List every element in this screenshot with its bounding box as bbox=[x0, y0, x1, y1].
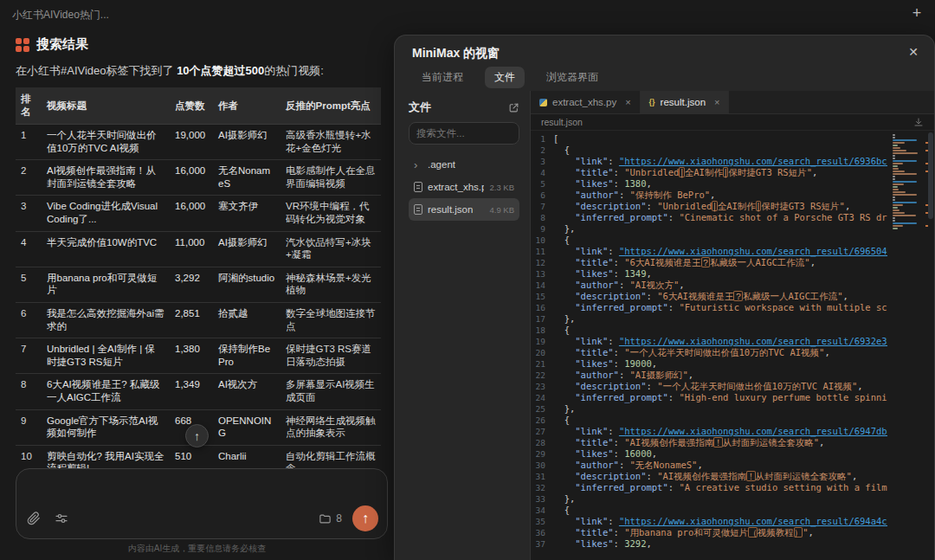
cell-likes: 3,292 bbox=[170, 267, 213, 302]
file-tree-item[interactable]: result.json4.9 KB bbox=[409, 198, 519, 221]
code-line: 8 "inferred_prompt": "Cinematic shot of … bbox=[531, 212, 887, 223]
json-file-icon: {} bbox=[649, 98, 655, 106]
line-number: 34 bbox=[531, 505, 553, 516]
external-link-icon[interactable] bbox=[508, 102, 519, 113]
editor-tab[interactable]: extract_xhs.py× bbox=[531, 91, 641, 113]
panel-tab-browser[interactable]: 浏览器界面 bbox=[537, 67, 608, 88]
attachment-count: 8 bbox=[336, 512, 342, 525]
line-number: 16 bbox=[531, 302, 553, 313]
cell-prompt: 保时捷GT3 RS赛道日落动态拍摄 bbox=[280, 338, 381, 374]
panel-title: MiniMax 的视窗 bbox=[412, 46, 500, 61]
line-number: 11 bbox=[531, 246, 553, 257]
cell-rank: 9 bbox=[16, 409, 42, 445]
table-row: 7Unbridled | 全AI制作 | 保时捷GT3 RS短片1,380保持制… bbox=[16, 338, 381, 374]
column-header: 视频标题 bbox=[42, 87, 170, 125]
cell-author: AI摄影师幻 bbox=[213, 125, 280, 160]
editor-scrollbar[interactable] bbox=[928, 132, 933, 219]
column-header: 反推的Prompt亮点 bbox=[280, 87, 381, 125]
cell-likes: 16,000 bbox=[170, 160, 213, 196]
file-tree-item[interactable]: extract_xhs.py2.3 KB bbox=[409, 176, 519, 198]
file-name: extract_xhs.py bbox=[428, 182, 484, 192]
attach-button[interactable] bbox=[25, 510, 42, 527]
file-size: 2.3 KB bbox=[489, 183, 514, 192]
cell-title: Vibe Coding进化成Visual Coding了... bbox=[42, 196, 170, 231]
code-line: 28 "title": "AI视频创作最强指南！从封面到运镜全套攻略", bbox=[531, 437, 887, 448]
code-line: 36 "title": "用banana pro和可灵做短片（视频教程）", bbox=[531, 527, 887, 538]
code-line: 7 "description": "Unbridled|全AI制作|保时捷GT3… bbox=[531, 201, 887, 212]
new-tab-button[interactable]: + bbox=[907, 3, 926, 23]
cell-likes: 1,380 bbox=[170, 338, 213, 374]
editor-tab-label: extract_xhs.py bbox=[552, 97, 616, 107]
file-icon bbox=[414, 182, 422, 192]
cell-author: AI摄影师幻 bbox=[213, 231, 280, 267]
line-number: 10 bbox=[531, 235, 553, 246]
line-number: 1 bbox=[531, 133, 553, 145]
cell-prompt: 神秘森林场景+发光植物 bbox=[280, 267, 381, 302]
code-line: 21 "likes": 19000, bbox=[531, 358, 887, 370]
cell-prompt: 神经网络生成视频触点的抽象表示 bbox=[280, 409, 381, 445]
folder-outline-icon bbox=[319, 512, 332, 525]
column-header: 排名 bbox=[16, 87, 42, 125]
line-number: 26 bbox=[531, 415, 553, 426]
sliders-icon bbox=[55, 512, 68, 525]
cell-title: 一个人花半天时间做出价值10万的TVC AI视频 bbox=[42, 125, 170, 160]
line-number: 5 bbox=[531, 178, 553, 190]
download-icon[interactable] bbox=[913, 117, 924, 127]
chat-panel: 搜索结果 在小红书#AIVideo标签下找到了 10个点赞超过500的热门视频:… bbox=[0, 28, 394, 560]
line-number: 31 bbox=[531, 471, 553, 482]
settings-sliders-button[interactable] bbox=[53, 510, 70, 527]
results-section-header: 搜索结果 bbox=[16, 36, 394, 53]
send-button[interactable]: ↑ bbox=[352, 505, 378, 531]
code-line: 35 "link": "https://www.xiaohongshu.com/… bbox=[531, 516, 887, 527]
cell-rank: 2 bbox=[16, 160, 42, 196]
file-tree-item[interactable]: ›.agent bbox=[409, 153, 519, 176]
code-area: 1[2 {3 "link": "https://www.xiaohongshu.… bbox=[531, 131, 934, 560]
line-number: 29 bbox=[531, 448, 553, 460]
cell-title: 6大AI视频谁是王? 私藏级一人AIGC工作流 bbox=[42, 374, 170, 409]
attachments-chip[interactable]: 8 bbox=[319, 512, 342, 525]
line-number: 17 bbox=[531, 313, 553, 325]
files-sidebar-header: 文件 bbox=[409, 98, 519, 117]
line-number: 28 bbox=[531, 437, 553, 448]
code-line: 20 "title": "一个人花半天时间做出价值10万的TVC AI视频", bbox=[531, 347, 887, 358]
file-search-input[interactable] bbox=[409, 122, 519, 145]
code-line: 33 }, bbox=[531, 493, 887, 505]
python-file-icon bbox=[539, 99, 547, 106]
table-row: 2AI视频创作最强指南！从封面到运镜全套攻略16,000无名NonameS电影感… bbox=[16, 160, 381, 196]
panel-tabs: 当前进程文件浏览器界面 bbox=[395, 65, 934, 89]
code-line: 15 "description": "6大AI视频谁是王？私藏级一人AIGC工作… bbox=[531, 291, 887, 302]
file-size: 4.9 KB bbox=[489, 205, 514, 215]
close-tab-icon[interactable]: × bbox=[714, 97, 719, 107]
panel-tab-current-process[interactable]: 当前进程 bbox=[412, 67, 473, 88]
scroll-up-button[interactable]: ↑ bbox=[185, 424, 209, 447]
line-number: 18 bbox=[531, 325, 553, 336]
arrow-up-icon: ↑ bbox=[194, 429, 200, 443]
cell-prompt: 多屏幕显示AI视频生成页面 bbox=[280, 374, 381, 409]
line-number: 6 bbox=[531, 190, 553, 201]
code-line: 24 "inferred_prompt": "High-end luxury p… bbox=[531, 392, 887, 403]
editor-tab[interactable]: {}result.json× bbox=[641, 91, 730, 113]
cell-author: 拾贰越 bbox=[213, 302, 280, 338]
editor-breadcrumb-bar: result.json bbox=[531, 114, 934, 131]
code-line: 31 "description": "AI视频创作最强指南！从封面到运镜全套攻略… bbox=[531, 471, 887, 482]
intro-prefix: 在小红书#AIVideo标签下找到了 bbox=[16, 64, 177, 77]
minimax-panel: MiniMax 的视窗 ✕ 当前进程文件浏览器界面 文件 ›.agentextr… bbox=[394, 35, 935, 560]
message-input[interactable] bbox=[27, 476, 377, 505]
line-number: 8 bbox=[531, 212, 553, 223]
close-tab-icon[interactable]: × bbox=[625, 97, 630, 107]
minimap[interactable] bbox=[893, 134, 924, 230]
composer: 8 ↑ bbox=[16, 468, 388, 539]
line-number: 21 bbox=[531, 358, 553, 370]
cell-rank: 1 bbox=[16, 125, 42, 160]
code-line: 13 "likes": 1349, bbox=[531, 268, 887, 280]
conversation-tab[interactable]: 小红书AIVideo热门... bbox=[12, 8, 109, 23]
line-number: 36 bbox=[531, 527, 553, 538]
code-line: 30 "author": "无名NonameS", bbox=[531, 460, 887, 471]
close-icon[interactable]: ✕ bbox=[908, 45, 919, 59]
table-row: 3Vibe Coding进化成Visual Coding了...16,000塞文… bbox=[16, 196, 381, 231]
panel-tab-files[interactable]: 文件 bbox=[485, 67, 525, 88]
cell-title: 用banana pro和可灵做短片 bbox=[42, 267, 170, 302]
editor-tabbar: extract_xhs.py×{}result.json× bbox=[531, 91, 934, 114]
code-line: 37 "likes": 3292, bbox=[531, 538, 887, 550]
cell-likes: 11,000 bbox=[170, 231, 213, 267]
